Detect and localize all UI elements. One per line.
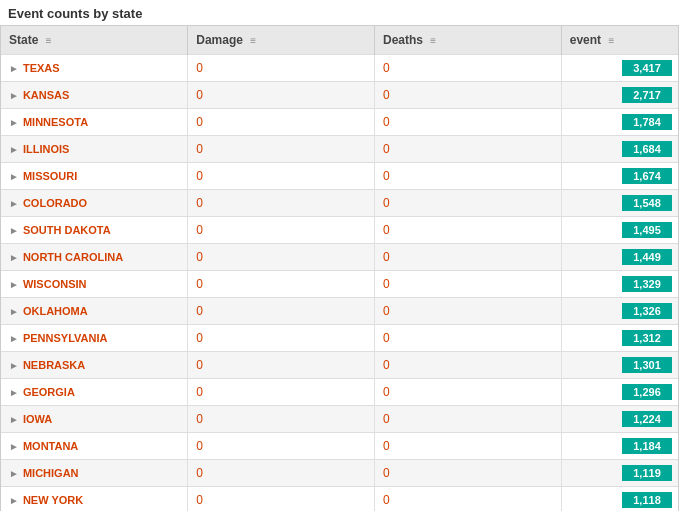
table-row[interactable]: ► MICHIGAN 00 1,119 — [1, 460, 678, 487]
event-badge: 1,296 — [622, 384, 672, 400]
cell-event: 1,119 — [561, 460, 678, 487]
cell-state: ► MINNESOTA — [1, 109, 188, 136]
table-row[interactable]: ► NORTH CAROLINA 00 1,449 — [1, 244, 678, 271]
state-name: IOWA — [23, 413, 52, 425]
expand-icon[interactable]: ► — [9, 198, 19, 209]
table-row[interactable]: ► MONTANA 00 1,184 — [1, 433, 678, 460]
deaths-value: 0 — [383, 358, 390, 372]
col-header-deaths[interactable]: Deaths ≡ — [375, 26, 562, 55]
expand-icon[interactable]: ► — [9, 252, 19, 263]
expand-icon[interactable]: ► — [9, 171, 19, 182]
col-header-damage[interactable]: Damage ≡ — [188, 26, 375, 55]
cell-state: ► MONTANA — [1, 433, 188, 460]
sort-icon-state[interactable]: ≡ — [46, 35, 52, 46]
expand-icon[interactable]: ► — [9, 306, 19, 317]
table-row[interactable]: ► PENNSYLVANIA 00 1,312 — [1, 325, 678, 352]
sort-icon-event[interactable]: ≡ — [608, 35, 614, 46]
cell-state: ► IOWA — [1, 406, 188, 433]
table-row[interactable]: ► OKLAHOMA 00 1,326 — [1, 298, 678, 325]
cell-damage: 0 — [188, 163, 375, 190]
cell-deaths: 0 — [375, 406, 562, 433]
state-name: MISSOURI — [23, 170, 77, 182]
expand-icon[interactable]: ► — [9, 468, 19, 479]
event-badge: 1,548 — [622, 195, 672, 211]
deaths-value: 0 — [383, 142, 390, 156]
event-badge: 1,224 — [622, 411, 672, 427]
deaths-value: 0 — [383, 61, 390, 75]
damage-value: 0 — [196, 331, 203, 345]
table-row[interactable]: ► NEBRASKA 00 1,301 — [1, 352, 678, 379]
col-header-event[interactable]: event ≡ — [561, 26, 678, 55]
cell-deaths: 0 — [375, 82, 562, 109]
cell-damage: 0 — [188, 190, 375, 217]
expand-icon[interactable]: ► — [9, 144, 19, 155]
state-name: KANSAS — [23, 89, 69, 101]
cell-damage: 0 — [188, 55, 375, 82]
expand-icon[interactable]: ► — [9, 414, 19, 425]
expand-icon[interactable]: ► — [9, 63, 19, 74]
cell-state: ► GEORGIA — [1, 379, 188, 406]
expand-icon[interactable]: ► — [9, 360, 19, 371]
deaths-value: 0 — [383, 412, 390, 426]
expand-icon[interactable]: ► — [9, 333, 19, 344]
damage-value: 0 — [196, 466, 203, 480]
damage-value: 0 — [196, 142, 203, 156]
damage-value: 0 — [196, 358, 203, 372]
cell-damage: 0 — [188, 433, 375, 460]
deaths-value: 0 — [383, 223, 390, 237]
expand-icon[interactable]: ► — [9, 387, 19, 398]
table-row[interactable]: ► WISCONSIN 00 1,329 — [1, 271, 678, 298]
table-row[interactable]: ► SOUTH DAKOTA 00 1,495 — [1, 217, 678, 244]
expand-icon[interactable]: ► — [9, 441, 19, 452]
expand-icon[interactable]: ► — [9, 117, 19, 128]
cell-state: ► KANSAS — [1, 82, 188, 109]
event-badge: 1,784 — [622, 114, 672, 130]
event-badge: 1,312 — [622, 330, 672, 346]
table-row[interactable]: ► COLORADO 00 1,548 — [1, 190, 678, 217]
state-name: NORTH CAROLINA — [23, 251, 123, 263]
event-badge: 1,449 — [622, 249, 672, 265]
cell-state: ► ILLINOIS — [1, 136, 188, 163]
cell-state: ► COLORADO — [1, 190, 188, 217]
table-row[interactable]: ► MISSOURI 00 1,674 — [1, 163, 678, 190]
state-name: ILLINOIS — [23, 143, 69, 155]
table-row[interactable]: ► IOWA 00 1,224 — [1, 406, 678, 433]
cell-event: 1,224 — [561, 406, 678, 433]
expand-icon[interactable]: ► — [9, 279, 19, 290]
damage-value: 0 — [196, 277, 203, 291]
cell-event: 1,329 — [561, 271, 678, 298]
damage-value: 0 — [196, 439, 203, 453]
cell-state: ► TEXAS — [1, 55, 188, 82]
table-row[interactable]: ► TEXAS 00 3,417 — [1, 55, 678, 82]
expand-icon[interactable]: ► — [9, 225, 19, 236]
deaths-value: 0 — [383, 439, 390, 453]
table-row[interactable]: ► MINNESOTA 00 1,784 — [1, 109, 678, 136]
table-container: State ≡ Damage ≡ Deaths ≡ event ≡ ► T — [0, 25, 679, 511]
event-badge: 1,684 — [622, 141, 672, 157]
deaths-value: 0 — [383, 250, 390, 264]
event-badge: 1,326 — [622, 303, 672, 319]
cell-event: 1,548 — [561, 190, 678, 217]
sort-icon-damage[interactable]: ≡ — [250, 35, 256, 46]
damage-value: 0 — [196, 223, 203, 237]
cell-deaths: 0 — [375, 487, 562, 512]
cell-deaths: 0 — [375, 352, 562, 379]
cell-deaths: 0 — [375, 433, 562, 460]
deaths-value: 0 — [383, 169, 390, 183]
sort-icon-deaths[interactable]: ≡ — [430, 35, 436, 46]
table-row[interactable]: ► ILLINOIS 00 1,684 — [1, 136, 678, 163]
cell-damage: 0 — [188, 298, 375, 325]
cell-state: ► NORTH CAROLINA — [1, 244, 188, 271]
widget-title: Event counts by state — [0, 0, 679, 25]
cell-damage: 0 — [188, 325, 375, 352]
table-row[interactable]: ► GEORGIA 00 1,296 — [1, 379, 678, 406]
expand-icon[interactable]: ► — [9, 90, 19, 101]
expand-icon[interactable]: ► — [9, 495, 19, 506]
deaths-value: 0 — [383, 277, 390, 291]
table-body: ► TEXAS 00 3,417 ► KANSAS 00 2,717 ► MIN… — [1, 55, 678, 512]
table-row[interactable]: ► NEW YORK 00 1,118 — [1, 487, 678, 512]
cell-deaths: 0 — [375, 325, 562, 352]
table-row[interactable]: ► KANSAS 00 2,717 — [1, 82, 678, 109]
col-header-state[interactable]: State ≡ — [1, 26, 188, 55]
cell-damage: 0 — [188, 136, 375, 163]
